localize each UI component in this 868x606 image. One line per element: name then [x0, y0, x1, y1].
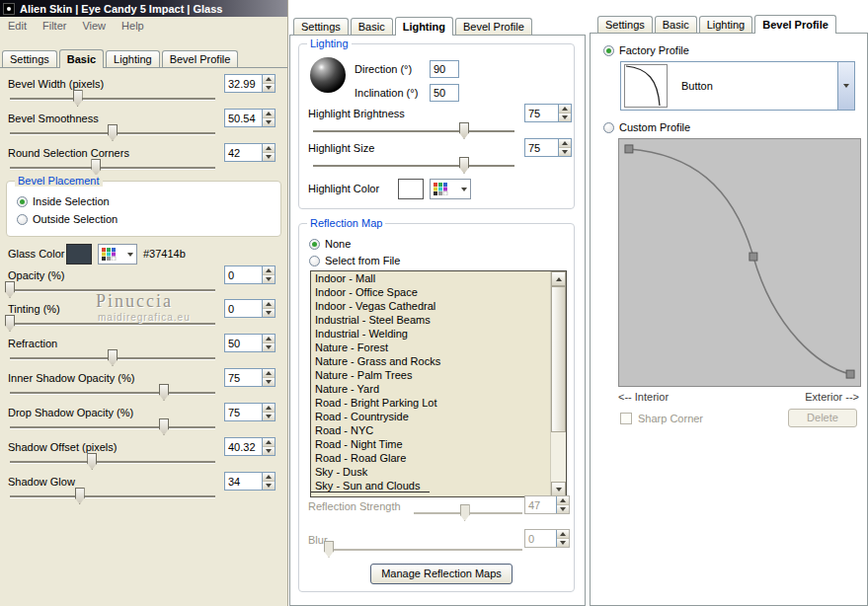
title-bar[interactable]: Alien Skin | Eye Candy 5 Impact | Glass — [0, 0, 287, 17]
scrollbar-thumb[interactable] — [551, 286, 566, 432]
scroll-down-icon[interactable] — [551, 482, 566, 496]
right-tab-basic[interactable]: Basic — [655, 16, 697, 33]
reflection-map-list-item[interactable]: Industrial - Welding — [311, 327, 550, 341]
spin-down-icon[interactable] — [263, 153, 275, 161]
shadow-offset-spinbox[interactable]: 40.32 — [224, 437, 276, 456]
spin-down-icon[interactable] — [263, 275, 275, 283]
sharp-corner-checkbox[interactable] — [620, 413, 632, 424]
inclination-input[interactable]: 50 — [430, 84, 459, 102]
slider-thumb[interactable] — [73, 90, 83, 107]
slider-thumb[interactable] — [459, 157, 469, 174]
reflection-map-list-item[interactable]: Nature - Grass and Rocks — [311, 354, 550, 368]
spin-up-icon[interactable] — [263, 473, 275, 482]
spin-up-icon[interactable] — [263, 110, 275, 118]
slider-thumb[interactable] — [5, 315, 15, 332]
highlight-brightness-slider[interactable] — [313, 130, 514, 132]
inner-shadow-opacity-slider[interactable] — [10, 392, 215, 394]
reflection-map-list-item[interactable]: Road - Bright Parking Lot — [311, 396, 550, 410]
slider-thumb[interactable] — [159, 384, 169, 401]
reflection-map-list-item[interactable]: Nature - Yard — [311, 382, 550, 396]
spin-down-icon[interactable] — [263, 118, 275, 126]
round-corners-slider[interactable] — [10, 167, 215, 169]
spin-down-icon[interactable] — [263, 309, 275, 317]
spin-down-icon[interactable] — [263, 482, 275, 490]
highlight-brightness-spinbox[interactable]: 75 — [524, 104, 572, 122]
blur-slider[interactable] — [329, 549, 522, 551]
slider-thumb[interactable] — [91, 159, 101, 176]
slider-thumb[interactable] — [459, 122, 469, 139]
spin-up-icon[interactable] — [263, 266, 275, 275]
left-tab-lighting[interactable]: Lighting — [106, 50, 160, 67]
drop-shadow-opacity-slider[interactable] — [10, 426, 215, 428]
reflection-map-list-item[interactable]: Nature - Palm Trees — [311, 368, 550, 382]
glass-color-palette-button[interactable] — [98, 244, 137, 265]
reflection-none-label[interactable]: None — [325, 238, 351, 250]
tinting-slider[interactable] — [10, 323, 215, 325]
slider-thumb[interactable] — [5, 281, 15, 298]
menu-view[interactable]: View — [74, 19, 114, 33]
reflection-strength-spinbox[interactable]: 47 — [524, 495, 570, 514]
spin-down-icon[interactable] — [263, 378, 275, 386]
factory-profile-dropdown[interactable]: Button — [620, 61, 855, 111]
lighting-sphere[interactable] — [310, 57, 346, 93]
mid-tab-basic[interactable]: Basic — [351, 18, 393, 35]
scroll-up-icon[interactable] — [551, 271, 566, 286]
bevel-width-slider[interactable] — [10, 98, 215, 100]
inside-selection-label[interactable]: Inside Selection — [33, 195, 110, 207]
menu-edit[interactable]: Edit — [0, 19, 35, 33]
slider-thumb[interactable] — [75, 488, 85, 504]
curve-control-point[interactable] — [750, 253, 757, 261]
highlight-color-palette-button[interactable] — [430, 179, 471, 199]
reflection-strength-slider[interactable] — [414, 512, 522, 514]
bevel-smoothness-spinbox[interactable]: 50.54 — [224, 109, 276, 127]
reflection-map-list-item[interactable]: Sky - Dusk — [311, 465, 550, 479]
mid-tab-settings[interactable]: Settings — [293, 18, 349, 35]
delete-button[interactable]: Delete — [788, 409, 857, 427]
outside-selection-label[interactable]: Outside Selection — [33, 213, 118, 225]
spin-down-icon[interactable] — [559, 148, 571, 156]
menu-help[interactable]: Help — [114, 19, 152, 33]
inner-shadow-opacity-spinbox[interactable]: 75 — [224, 368, 276, 387]
manage-reflection-maps-button[interactable]: Manage Reflection Maps — [370, 564, 513, 584]
spin-up-icon[interactable] — [263, 404, 275, 413]
reflection-map-list-item[interactable]: Road - Night Time — [311, 437, 550, 451]
mid-tab-bevel-profile[interactable]: Bevel Profile — [455, 18, 532, 35]
left-tab-bevel-profile[interactable]: Bevel Profile — [162, 50, 239, 67]
highlight-size-spinbox[interactable]: 75 — [524, 138, 572, 157]
slider-thumb[interactable] — [87, 453, 97, 470]
highlight-size-slider[interactable] — [313, 165, 514, 167]
factory-profile-label[interactable]: Factory Profile — [619, 44, 689, 56]
refraction-slider[interactable] — [10, 357, 215, 359]
left-tab-settings[interactable]: Settings — [2, 50, 57, 67]
spin-up-icon[interactable] — [263, 369, 275, 378]
round-corners-spinbox[interactable]: 42 — [224, 143, 276, 162]
inside-selection-radio[interactable] — [17, 196, 28, 207]
reflection-map-list-item[interactable]: Nature - Forest — [311, 341, 550, 354]
reflection-map-list-item[interactable]: Industrial - Steel Beams — [311, 313, 550, 327]
custom-profile-radio[interactable] — [603, 122, 614, 133]
reflection-map-list-item[interactable]: Road - NYC — [311, 423, 550, 437]
spin-up-icon[interactable] — [263, 438, 275, 447]
slider-thumb[interactable] — [159, 418, 169, 435]
shadow-glow-slider[interactable] — [10, 495, 215, 497]
spin-up-icon[interactable] — [559, 105, 571, 114]
highlight-color-swatch[interactable] — [398, 179, 424, 199]
refraction-spinbox[interactable]: 50 — [224, 334, 276, 352]
reflection-map-list-item[interactable]: Indoor - Mall — [311, 271, 550, 285]
mid-tab-lighting[interactable]: Lighting — [395, 17, 453, 36]
spin-down-icon[interactable] — [559, 114, 571, 121]
spin-down-icon[interactable] — [263, 84, 275, 92]
shadow-offset-slider[interactable] — [10, 461, 215, 463]
reflection-none-radio[interactable] — [309, 239, 320, 250]
spin-down-icon[interactable] — [263, 413, 275, 420]
spin-down-icon[interactable] — [557, 539, 569, 547]
reflection-map-list-item[interactable]: Road - Countryside — [311, 410, 550, 423]
spin-down-icon[interactable] — [263, 447, 275, 455]
reflection-map-listbox[interactable]: Indoor - MallIndoor - Office SpaceIndoor… — [310, 270, 567, 497]
spin-up-icon[interactable] — [557, 496, 569, 505]
bevel-width-spinbox[interactable]: 32.99 — [224, 74, 276, 93]
curve-control-point[interactable] — [625, 145, 633, 153]
spin-up-icon[interactable] — [263, 75, 275, 84]
left-tab-basic[interactable]: Basic — [59, 49, 104, 68]
right-tab-lighting[interactable]: Lighting — [699, 16, 753, 33]
